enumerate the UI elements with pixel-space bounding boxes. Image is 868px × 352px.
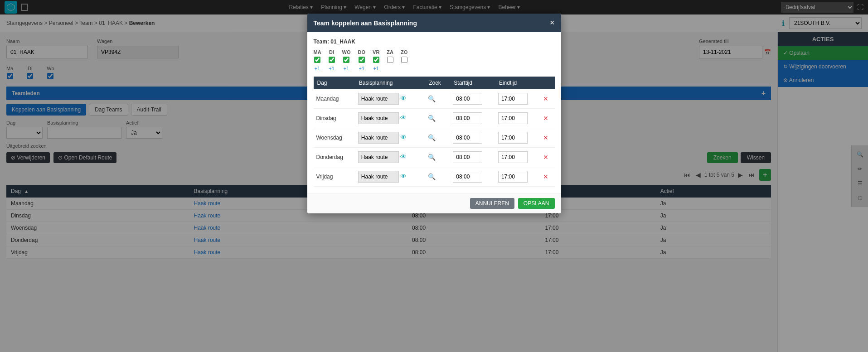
modal-cell-dag: Vrijdag (314, 167, 355, 187)
modal-cell-zoek: 🔍 (425, 167, 450, 187)
modal-day-ma: MA +1 (314, 49, 321, 71)
modal-close-btn[interactable]: × (550, 18, 555, 28)
day-wo-check[interactable] (343, 57, 349, 63)
day-za-label: ZA (387, 49, 393, 55)
search-icon[interactable]: 🔍 (428, 154, 436, 161)
day-wo-label: WO (342, 49, 351, 55)
modal-day-do: DO +1 (358, 49, 366, 71)
modal-body: Team: 01_HAAK MA +1 DI +1 WO +1 (307, 32, 561, 193)
search-icon[interactable]: 🔍 (428, 173, 436, 180)
start-time-input[interactable] (453, 151, 482, 163)
day-do-plus[interactable]: +1 (359, 66, 365, 71)
clear-icon[interactable]: ✕ (543, 95, 548, 102)
day-wo-plus[interactable]: +1 (344, 66, 349, 71)
start-time-input[interactable] (453, 132, 482, 144)
modal-cell-basisplanning: 👁 (355, 167, 425, 187)
modal-cell-clear: ✕ (540, 89, 554, 109)
modal-cell-zoek: 🔍 (425, 128, 450, 148)
modal-cell-clear: ✕ (540, 148, 554, 167)
modal-cell-start (450, 167, 495, 187)
search-icon[interactable]: 🔍 (428, 95, 436, 102)
route-input[interactable] (358, 151, 399, 163)
modal-table-row: Maandag 👁 🔍 ✕ (314, 89, 555, 109)
day-vr-label: VR (373, 49, 379, 55)
modal-day-wo: WO +1 (342, 49, 351, 71)
modal-cell-zoek: 🔍 (425, 89, 450, 109)
day-za-check[interactable] (387, 57, 393, 63)
eind-time-input[interactable] (498, 93, 528, 105)
modal-col-dag: Dag (314, 77, 355, 89)
start-time-input[interactable] (453, 93, 482, 105)
eye-icon[interactable]: 👁 (400, 95, 407, 102)
route-input[interactable] (358, 93, 399, 105)
modal-table: Dag Basisplanning Zoek Starttijd Eindtij… (314, 77, 555, 187)
search-icon[interactable]: 🔍 (428, 115, 436, 122)
day-zo-label: ZO (401, 49, 407, 55)
eind-time-input[interactable] (498, 112, 528, 124)
eind-time-input[interactable] (498, 171, 528, 183)
modal-cell-dag: Donderdag (314, 148, 355, 167)
modal-cell-dag: Woensdag (314, 128, 355, 148)
day-vr-plus[interactable]: +1 (373, 66, 379, 71)
modal-day-zo: ZO (401, 49, 407, 66)
eind-time-input[interactable] (498, 132, 528, 144)
modal-day-di: DI +1 (329, 49, 335, 71)
eye-icon[interactable]: 👁 (400, 114, 407, 121)
modal-cell-eind (495, 167, 541, 187)
modal-cell-dag: Dinsdag (314, 109, 355, 128)
modal-cell-clear: ✕ (540, 109, 554, 128)
eye-icon[interactable]: 👁 (400, 153, 407, 160)
clear-icon[interactable]: ✕ (543, 173, 548, 180)
modal-table-row: Donderdag 👁 🔍 ✕ (314, 148, 555, 167)
modal-col-starttijd: Starttijd (450, 77, 495, 89)
start-time-input[interactable] (453, 112, 482, 124)
day-ma-plus[interactable]: +1 (315, 66, 320, 71)
eye-icon[interactable]: 👁 (400, 134, 407, 141)
modal-day-vr: VR +1 (373, 49, 379, 71)
modal-table-row: Dinsdag 👁 🔍 ✕ (314, 109, 555, 128)
day-di-label: DI (329, 49, 334, 55)
modal-annuleren-btn[interactable]: ANNULEREN (470, 198, 514, 209)
modal-cell-zoek: 🔍 (425, 148, 450, 167)
modal-col-zoek: Zoek (425, 77, 450, 89)
clear-icon[interactable]: ✕ (543, 154, 548, 161)
modal: Team koppelen aan Basisplanning × Team: … (307, 14, 561, 213)
modal-cell-zoek: 🔍 (425, 109, 450, 128)
modal-cell-basisplanning: 👁 (355, 128, 425, 148)
modal-cell-start (450, 128, 495, 148)
modal-cell-eind (495, 148, 541, 167)
modal-table-row: Vrijdag 👁 🔍 ✕ (314, 167, 555, 187)
eind-time-input[interactable] (498, 151, 528, 163)
day-di-check[interactable] (329, 57, 335, 63)
modal-cell-basisplanning: 👁 (355, 109, 425, 128)
route-input[interactable] (358, 171, 399, 183)
modal-cell-clear: ✕ (540, 128, 554, 148)
eye-icon[interactable]: 👁 (400, 173, 407, 180)
modal-cell-start (450, 89, 495, 109)
modal-opslaan-btn[interactable]: OPSLAAN (518, 198, 555, 209)
modal-footer: ANNULEREN OPSLAAN (307, 193, 561, 213)
clear-icon[interactable]: ✕ (543, 134, 548, 141)
modal-days-row: MA +1 DI +1 WO +1 DO +1 (314, 49, 555, 71)
clear-icon[interactable]: ✕ (543, 115, 548, 122)
modal-title: Team koppelen aan Basisplanning (314, 19, 417, 27)
day-vr-check[interactable] (373, 57, 379, 63)
modal-header: Team koppelen aan Basisplanning × (307, 14, 561, 32)
route-input[interactable] (358, 112, 399, 124)
route-input[interactable] (358, 132, 399, 144)
day-ma-check[interactable] (314, 57, 320, 63)
day-do-check[interactable] (359, 57, 365, 63)
modal-col-basisplanning: Basisplanning (355, 77, 425, 89)
modal-overlay: Team koppelen aan Basisplanning × Team: … (0, 0, 868, 352)
modal-cell-basisplanning: 👁 (355, 148, 425, 167)
start-time-input[interactable] (453, 171, 482, 183)
search-icon[interactable]: 🔍 (428, 134, 436, 141)
day-di-plus[interactable]: +1 (329, 66, 335, 71)
modal-day-za: ZA (387, 49, 393, 66)
modal-cell-eind (495, 89, 541, 109)
day-zo-check[interactable] (401, 57, 407, 63)
modal-cell-basisplanning: 👁 (355, 89, 425, 109)
day-ma-label: MA (314, 49, 321, 55)
modal-col-eindtijd: Eindtijd (495, 77, 541, 89)
modal-cell-eind (495, 109, 541, 128)
